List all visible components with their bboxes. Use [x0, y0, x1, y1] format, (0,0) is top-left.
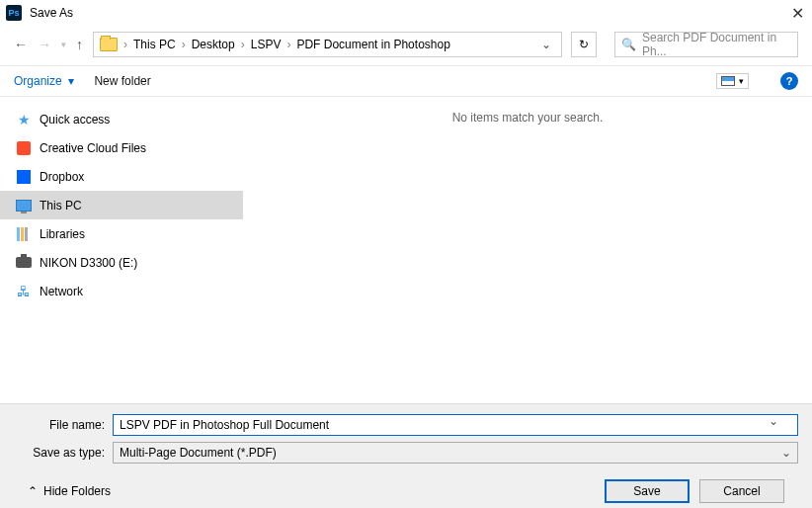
chevron-right-icon: ›	[180, 38, 188, 51]
sidebar-item-quick-access[interactable]: ★ Quick access	[0, 105, 243, 133]
sidebar-item-label: Network	[40, 285, 83, 298]
chevron-up-icon: ⌃	[28, 484, 38, 498]
search-icon: 🔍	[621, 38, 636, 51]
sidebar-item-label: NIKON D3300 (E:)	[40, 256, 137, 270]
hide-folders-toggle[interactable]: ⌃ Hide Folders	[28, 484, 111, 498]
breadcrumb-pdf-document[interactable]: PDF Document in Photoshop	[292, 38, 453, 51]
chevron-down-icon: ▾	[739, 76, 744, 86]
file-list-area: No items match your search.	[243, 97, 812, 403]
savetype-value: Multi-Page Document (*.PDF)	[120, 446, 277, 460]
search-placeholder: Search PDF Document in Ph...	[642, 31, 791, 58]
breadcrumb-lspv[interactable]: LSPV	[247, 38, 285, 51]
filename-input[interactable]	[113, 414, 798, 436]
sidebar-item-nikon-drive[interactable]: NIKON D3300 (E:)	[0, 248, 243, 277]
chevron-right-icon: ›	[239, 38, 247, 51]
sidebar-item-label: Quick access	[40, 113, 110, 127]
up-button[interactable]: ↑	[76, 37, 83, 52]
sidebar: ★ Quick access Creative Cloud Files Drop…	[0, 97, 243, 403]
search-input[interactable]: 🔍 Search PDF Document in Ph...	[614, 32, 798, 57]
breadcrumb-desktop[interactable]: Desktop	[188, 38, 239, 51]
camera-icon	[16, 255, 32, 271]
back-button[interactable]: ←	[14, 37, 28, 52]
sidebar-item-libraries[interactable]: Libraries	[0, 219, 243, 248]
view-icon	[721, 76, 735, 86]
network-icon: 🖧	[16, 284, 32, 299]
dropbox-icon	[16, 169, 32, 185]
recent-dropdown[interactable]: ▾	[61, 40, 66, 49]
save-button[interactable]: Save	[605, 479, 690, 503]
chevron-down-icon: ⌄	[781, 446, 791, 460]
organize-button[interactable]: Organize ▾	[14, 74, 74, 88]
new-folder-button[interactable]: New folder	[94, 74, 150, 88]
star-icon: ★	[16, 112, 32, 127]
window-title: Save As	[30, 6, 73, 20]
folder-icon	[100, 38, 118, 51]
chevron-right-icon: ›	[284, 38, 292, 51]
sidebar-item-dropbox[interactable]: Dropbox	[0, 162, 243, 191]
creative-cloud-icon	[16, 140, 32, 156]
sidebar-item-label: Dropbox	[40, 170, 84, 184]
refresh-button[interactable]: ↻	[571, 32, 597, 57]
help-button[interactable]: ?	[780, 72, 798, 90]
libraries-icon	[16, 226, 32, 242]
chevron-right-icon: ›	[122, 38, 129, 51]
filename-label: File name:	[14, 418, 113, 432]
savetype-label: Save as type:	[14, 446, 113, 460]
sidebar-item-this-pc[interactable]: This PC	[0, 191, 243, 219]
savetype-select[interactable]: Multi-Page Document (*.PDF) ⌄	[113, 442, 798, 464]
forward-button[interactable]: →	[38, 37, 51, 52]
sidebar-item-network[interactable]: 🖧 Network	[0, 277, 243, 305]
close-icon[interactable]: ✕	[791, 4, 804, 23]
sidebar-item-label: Libraries	[40, 227, 85, 241]
sidebar-item-label: Creative Cloud Files	[40, 141, 146, 155]
breadcrumb-this-pc[interactable]: This PC	[129, 38, 180, 51]
pc-icon	[16, 198, 32, 213]
view-mode-button[interactable]: ▾	[716, 73, 749, 89]
cancel-button[interactable]: Cancel	[699, 479, 784, 503]
address-dropdown[interactable]: ⌄	[533, 38, 559, 51]
hide-folders-label: Hide Folders	[43, 484, 111, 498]
sidebar-item-label: This PC	[40, 199, 82, 212]
sidebar-item-creative-cloud[interactable]: Creative Cloud Files	[0, 133, 243, 162]
address-bar[interactable]: › This PC › Desktop › LSPV › PDF Documen…	[93, 32, 562, 57]
photoshop-icon: Ps	[6, 5, 22, 21]
empty-message: No items match your search.	[452, 111, 604, 125]
